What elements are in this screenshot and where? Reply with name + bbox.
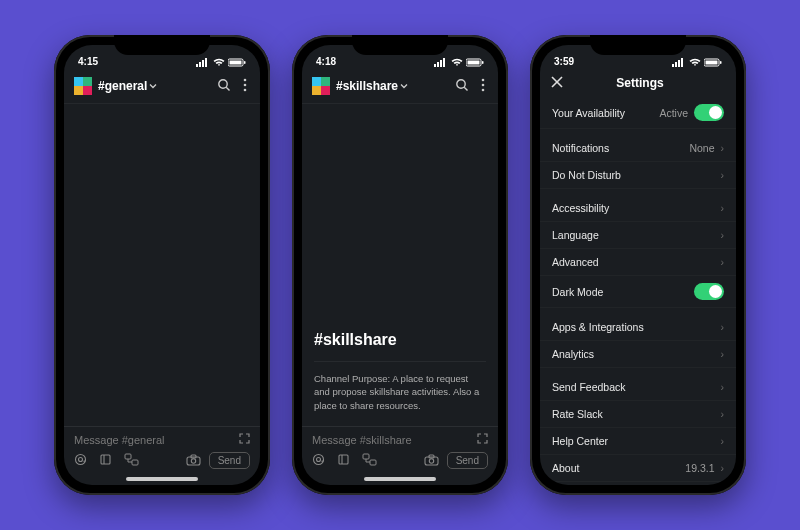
row-label: Send Feedback [552, 381, 626, 393]
mention-icon[interactable] [312, 453, 325, 468]
row-notifications[interactable]: Notifications None › [540, 135, 736, 162]
row-value: Active [659, 107, 688, 119]
message-input[interactable]: Message #skillshare [312, 434, 477, 446]
svg-rect-0 [196, 64, 198, 67]
chevron-down-icon [400, 82, 408, 90]
home-indicator[interactable] [126, 477, 198, 481]
chevron-right-icon: › [721, 321, 725, 333]
channel-title[interactable]: #skillshare [336, 79, 408, 93]
message-input[interactable]: Message #general [74, 434, 239, 446]
svg-rect-27 [482, 61, 484, 64]
row-availability[interactable]: Your Availability Active [540, 97, 736, 129]
chevron-right-icon: › [721, 229, 725, 241]
svg-rect-26 [468, 61, 480, 65]
row-label: Analytics [552, 348, 594, 360]
send-button[interactable]: Send [209, 452, 250, 469]
svg-rect-24 [443, 58, 445, 67]
status-icons [672, 58, 722, 67]
svg-rect-38 [370, 460, 376, 465]
wifi-icon [213, 58, 225, 67]
settings-list: Your Availability Active Notifications N… [540, 97, 736, 485]
svg-point-34 [317, 458, 321, 462]
notch [590, 35, 686, 55]
row-darkmode[interactable]: Dark Mode [540, 276, 736, 308]
channel-name: #general [98, 79, 147, 93]
row-analytics[interactable]: Analytics › [540, 341, 736, 368]
svg-point-19 [191, 458, 195, 462]
svg-rect-45 [681, 58, 683, 67]
screen: 4:15 #general [64, 45, 260, 485]
send-button[interactable]: Send [447, 452, 488, 469]
row-label: Notifications [552, 142, 609, 154]
row-about[interactable]: About 19.3.1 › [540, 455, 736, 482]
svg-rect-35 [339, 455, 348, 464]
phone-frame: 4:18 #skillshare [292, 35, 508, 495]
row-dnd[interactable]: Do Not Disturb › [540, 162, 736, 189]
more-icon[interactable] [478, 75, 488, 97]
row-label: Rate Slack [552, 408, 603, 420]
svg-point-10 [244, 84, 247, 87]
svg-point-30 [482, 79, 485, 82]
svg-rect-3 [205, 58, 207, 67]
attachment-icon[interactable] [99, 453, 112, 468]
row-label: Your Availability [552, 107, 625, 119]
attachment-icon[interactable] [337, 453, 350, 468]
svg-rect-42 [672, 64, 674, 67]
camera-icon[interactable] [186, 454, 201, 468]
svg-rect-47 [706, 61, 718, 65]
row-feedback[interactable]: Send Feedback › [540, 374, 736, 401]
row-label: Do Not Disturb [552, 169, 621, 181]
channel-purpose: Channel Purpose: A place to request and … [314, 372, 486, 412]
svg-rect-37 [363, 454, 369, 459]
more-icon[interactable] [240, 75, 250, 97]
chevron-right-icon: › [721, 169, 725, 181]
camera-icon[interactable] [424, 454, 439, 468]
svg-point-28 [457, 80, 465, 88]
row-label: Dark Mode [552, 286, 603, 298]
chevron-down-icon [149, 82, 157, 90]
svg-point-32 [482, 89, 485, 92]
wifi-icon [451, 58, 463, 67]
svg-rect-5 [230, 61, 242, 65]
svg-rect-44 [678, 60, 680, 67]
purpose-divider [314, 361, 486, 362]
channel-title[interactable]: #general [98, 79, 157, 93]
svg-point-12 [76, 455, 86, 465]
toggle-on-icon[interactable] [694, 283, 724, 300]
row-accessibility[interactable]: Accessibility › [540, 195, 736, 222]
shortcuts-icon[interactable] [124, 453, 139, 468]
toggle-on-icon[interactable] [694, 104, 724, 121]
mention-icon[interactable] [74, 453, 87, 468]
row-help[interactable]: Help Center › [540, 428, 736, 455]
status-icons [196, 58, 246, 67]
message-composer: Message #general [64, 426, 260, 473]
shortcuts-icon[interactable] [362, 453, 377, 468]
status-icons [434, 58, 484, 67]
row-label: Help Center [552, 435, 608, 447]
signal-icon [434, 58, 448, 67]
row-label: Advanced [552, 256, 599, 268]
row-language[interactable]: Language › [540, 222, 736, 249]
chevron-right-icon: › [721, 462, 725, 474]
row-rate[interactable]: Rate Slack › [540, 401, 736, 428]
svg-line-8 [226, 87, 229, 90]
row-label: Apps & Integrations [552, 321, 644, 333]
svg-rect-14 [101, 455, 110, 464]
row-apps[interactable]: Apps & Integrations › [540, 314, 736, 341]
row-advanced[interactable]: Advanced › [540, 249, 736, 276]
svg-line-29 [464, 87, 467, 90]
search-icon[interactable] [214, 75, 234, 97]
expand-icon[interactable] [239, 433, 250, 446]
svg-point-11 [244, 89, 247, 92]
expand-icon[interactable] [477, 433, 488, 446]
search-icon[interactable] [452, 75, 472, 97]
notch [114, 35, 210, 55]
svg-rect-1 [199, 62, 201, 67]
chevron-right-icon: › [721, 256, 725, 268]
chevron-right-icon: › [721, 408, 725, 420]
home-indicator[interactable] [364, 477, 436, 481]
channel-header: #skillshare [302, 69, 498, 104]
svg-rect-16 [125, 454, 131, 459]
svg-rect-6 [244, 61, 246, 64]
chevron-right-icon: › [721, 435, 725, 447]
